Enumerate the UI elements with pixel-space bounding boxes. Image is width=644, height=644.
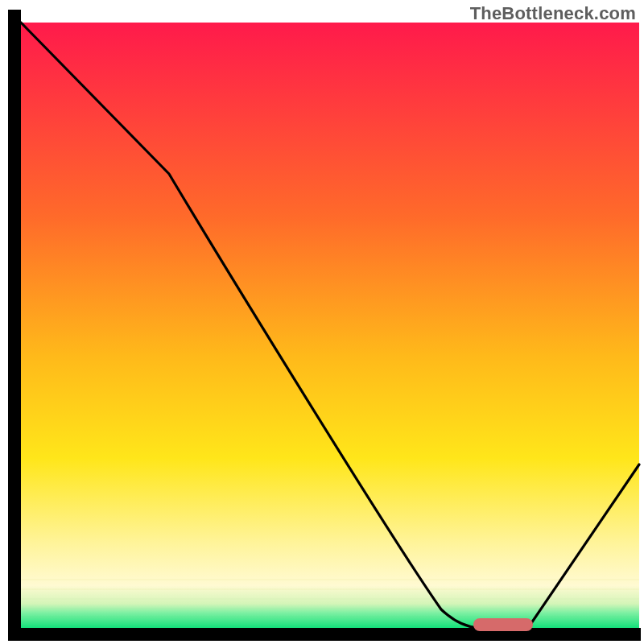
- optimum-marker: [473, 618, 533, 631]
- bottleneck-chart: [0, 0, 644, 644]
- watermark-text: TheBottleneck.com: [470, 3, 636, 24]
- chart-stage: TheBottleneck.com: [0, 0, 644, 644]
- y-axis: [8, 10, 21, 638]
- plot-gradient-fill: [21, 23, 639, 628]
- x-axis: [8, 628, 641, 641]
